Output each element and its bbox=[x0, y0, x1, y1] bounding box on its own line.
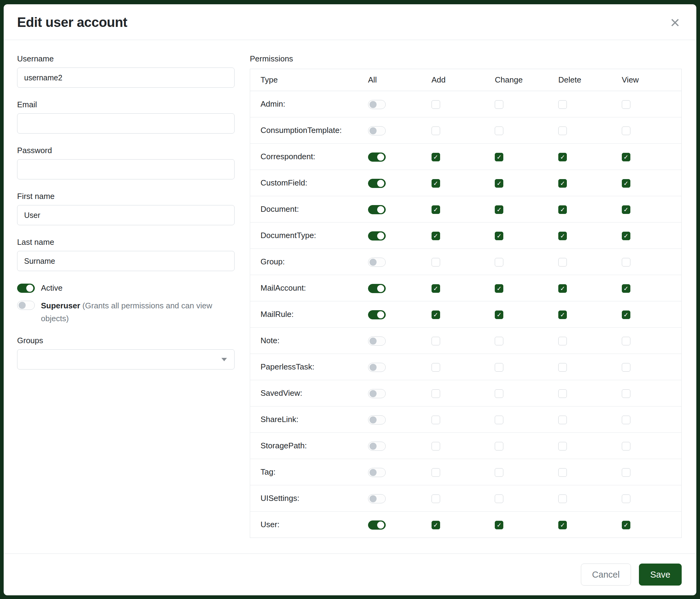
toggle-knob bbox=[370, 127, 377, 134]
permission-all-toggle[interactable] bbox=[368, 100, 386, 109]
permission-view-checkbox[interactable] bbox=[622, 311, 630, 319]
permission-view-checkbox[interactable] bbox=[622, 521, 630, 529]
cancel-button[interactable]: Cancel bbox=[581, 564, 631, 585]
permission-row: Note: bbox=[250, 328, 682, 354]
permission-view-checkbox[interactable] bbox=[622, 206, 630, 214]
permission-view-checkbox[interactable] bbox=[622, 363, 630, 372]
username-input[interactable] bbox=[17, 68, 234, 88]
permission-delete-checkbox[interactable] bbox=[558, 206, 567, 214]
permission-add-checkbox[interactable] bbox=[431, 389, 440, 398]
permission-add-checkbox[interactable] bbox=[431, 468, 440, 477]
permission-change-checkbox[interactable] bbox=[495, 389, 503, 398]
save-button[interactable]: Save bbox=[639, 564, 682, 585]
permission-view-checkbox[interactable] bbox=[622, 126, 630, 135]
permission-all-toggle[interactable] bbox=[368, 205, 386, 214]
permission-all-toggle[interactable] bbox=[368, 310, 386, 319]
permission-delete-checkbox[interactable] bbox=[558, 258, 567, 266]
permission-delete-checkbox[interactable] bbox=[558, 416, 567, 424]
permission-all-toggle[interactable] bbox=[368, 363, 386, 372]
permission-view-checkbox[interactable] bbox=[622, 468, 630, 477]
permission-change-checkbox[interactable] bbox=[495, 100, 503, 109]
permission-delete-checkbox[interactable] bbox=[558, 179, 567, 188]
permission-all-toggle[interactable] bbox=[368, 468, 386, 477]
permission-change-checkbox[interactable] bbox=[495, 416, 503, 424]
permission-add-checkbox[interactable] bbox=[431, 258, 440, 266]
permission-delete-checkbox[interactable] bbox=[558, 521, 567, 529]
permission-all-toggle[interactable] bbox=[368, 231, 386, 241]
permission-all-toggle[interactable] bbox=[368, 336, 386, 346]
permission-change-checkbox[interactable] bbox=[495, 468, 503, 477]
permission-view-checkbox[interactable] bbox=[622, 284, 630, 293]
permission-delete-checkbox[interactable] bbox=[558, 100, 567, 109]
permission-change-checkbox[interactable] bbox=[495, 179, 503, 188]
active-toggle[interactable] bbox=[17, 284, 35, 293]
permission-delete-checkbox[interactable] bbox=[558, 284, 567, 293]
permission-delete-checkbox[interactable] bbox=[558, 468, 567, 477]
permission-delete-checkbox[interactable] bbox=[558, 126, 567, 135]
permission-view-checkbox[interactable] bbox=[622, 337, 630, 345]
permission-add-checkbox[interactable] bbox=[431, 100, 440, 109]
permission-change-checkbox[interactable] bbox=[495, 258, 503, 266]
permission-all-toggle[interactable] bbox=[368, 415, 386, 425]
permission-all-toggle[interactable] bbox=[368, 179, 386, 188]
first-name-field[interactable] bbox=[17, 205, 234, 225]
permission-delete-checkbox[interactable] bbox=[558, 153, 567, 161]
permission-add-checkbox[interactable] bbox=[431, 363, 440, 372]
permission-change-checkbox[interactable] bbox=[495, 495, 503, 503]
permission-view-checkbox[interactable] bbox=[622, 232, 630, 240]
permission-change-checkbox[interactable] bbox=[495, 442, 503, 451]
permission-delete-checkbox[interactable] bbox=[558, 495, 567, 503]
permission-view-checkbox[interactable] bbox=[622, 389, 630, 398]
permission-type-label: SavedView: bbox=[260, 388, 302, 398]
permission-delete-checkbox[interactable] bbox=[558, 442, 567, 451]
password-field[interactable] bbox=[17, 159, 234, 179]
permission-change-checkbox[interactable] bbox=[495, 153, 503, 161]
close-button[interactable]: × bbox=[668, 14, 682, 30]
permission-change-checkbox[interactable] bbox=[495, 337, 503, 345]
permission-view-checkbox[interactable] bbox=[622, 416, 630, 424]
permission-all-toggle[interactable] bbox=[368, 258, 386, 267]
permission-add-checkbox[interactable] bbox=[431, 206, 440, 214]
permission-all-toggle[interactable] bbox=[368, 284, 386, 293]
groups-select[interactable] bbox=[17, 349, 234, 369]
permission-all-toggle[interactable] bbox=[368, 126, 386, 136]
permission-change-checkbox[interactable] bbox=[495, 126, 503, 135]
permission-add-checkbox[interactable] bbox=[431, 153, 440, 161]
permission-change-checkbox[interactable] bbox=[495, 206, 503, 214]
superuser-toggle[interactable] bbox=[17, 301, 35, 310]
permission-delete-checkbox[interactable] bbox=[558, 311, 567, 319]
permission-change-checkbox[interactable] bbox=[495, 284, 503, 293]
permission-add-checkbox[interactable] bbox=[431, 126, 440, 135]
permission-all-toggle[interactable] bbox=[368, 441, 386, 451]
permission-delete-checkbox[interactable] bbox=[558, 363, 567, 372]
toggle-knob bbox=[377, 521, 384, 528]
permission-all-toggle[interactable] bbox=[368, 494, 386, 503]
permission-delete-checkbox[interactable] bbox=[558, 232, 567, 240]
permission-add-checkbox[interactable] bbox=[431, 232, 440, 240]
permission-view-checkbox[interactable] bbox=[622, 495, 630, 503]
permission-add-checkbox[interactable] bbox=[431, 311, 440, 319]
permission-view-checkbox[interactable] bbox=[622, 258, 630, 266]
permission-all-toggle[interactable] bbox=[368, 521, 386, 530]
permission-change-checkbox[interactable] bbox=[495, 311, 503, 319]
permission-delete-checkbox[interactable] bbox=[558, 337, 567, 345]
permission-change-checkbox[interactable] bbox=[495, 363, 503, 372]
permission-all-toggle[interactable] bbox=[368, 152, 386, 162]
permission-delete-checkbox[interactable] bbox=[558, 389, 567, 398]
permission-add-checkbox[interactable] bbox=[431, 179, 440, 188]
permission-add-checkbox[interactable] bbox=[431, 337, 440, 345]
permission-view-checkbox[interactable] bbox=[622, 179, 630, 188]
permission-all-toggle[interactable] bbox=[368, 389, 386, 398]
last-name-field[interactable] bbox=[17, 251, 234, 271]
permission-view-checkbox[interactable] bbox=[622, 100, 630, 109]
email-field[interactable] bbox=[17, 113, 234, 134]
permission-view-checkbox[interactable] bbox=[622, 153, 630, 161]
permission-add-checkbox[interactable] bbox=[431, 442, 440, 451]
permission-view-checkbox[interactable] bbox=[622, 442, 630, 451]
permission-change-checkbox[interactable] bbox=[495, 232, 503, 240]
permission-add-checkbox[interactable] bbox=[431, 521, 440, 529]
permission-add-checkbox[interactable] bbox=[431, 495, 440, 503]
permission-add-checkbox[interactable] bbox=[431, 284, 440, 293]
permission-add-checkbox[interactable] bbox=[431, 416, 440, 424]
permission-change-checkbox[interactable] bbox=[495, 521, 503, 529]
